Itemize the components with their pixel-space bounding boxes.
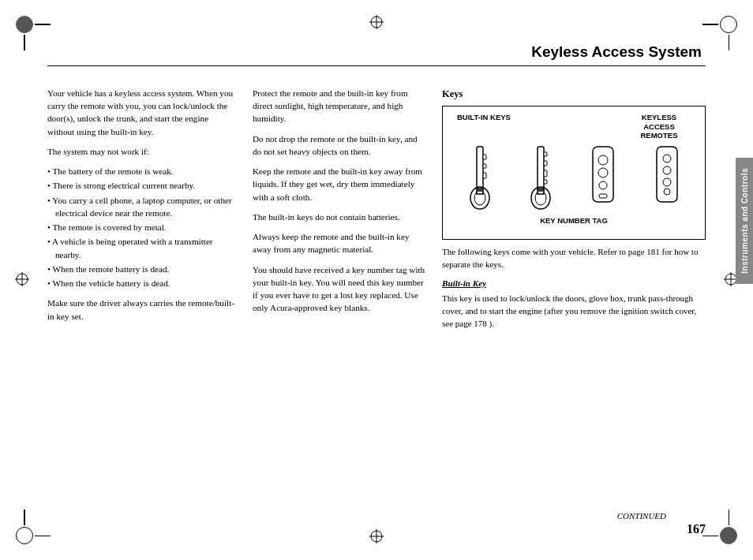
built-in-key-2-svg [526, 143, 556, 214]
key-illustrations [449, 143, 699, 214]
svg-point-28 [598, 155, 608, 165]
built-in-keys-label: BUILT-IN KEYS [457, 113, 511, 140]
page-number: 167 [687, 522, 706, 536]
middle-para-4: The built-in keys do not contain batteri… [253, 211, 426, 223]
keyless-label: KEYLESS ACCESS REMOTES [628, 113, 691, 140]
built-in-key-1-svg [465, 143, 495, 214]
continued-text: CONTINUED [617, 511, 666, 521]
corner-line-tl-v [24, 35, 25, 50]
corner-line-br-v [729, 510, 730, 525]
corner-mark-bl [16, 527, 33, 544]
svg-point-36 [664, 189, 670, 195]
center-mark-top [369, 14, 384, 32]
middle-para-2: Do not drop the remote or the built-in k… [253, 133, 426, 158]
list-item: When the vehicle battery is dead. [47, 277, 237, 289]
middle-para-5: Always keep the remote and the built-in … [253, 230, 426, 256]
corner-mark-tl [16, 16, 33, 33]
middle-para-3: Keep the remote and the built-in key awa… [253, 165, 426, 203]
remote-1-svg [586, 143, 620, 214]
corner-line-tr-h [702, 24, 718, 25]
list-item: When the remote battery is dead. [47, 263, 237, 275]
header-rule [47, 65, 706, 66]
side-tab: Instruments and Controls [736, 158, 753, 284]
corner-line-bl-v [24, 510, 25, 525]
svg-rect-13 [483, 155, 486, 159]
corner-line-bl-h [35, 536, 51, 537]
list-item: The battery of the remote is weak. [47, 165, 237, 177]
built-in-key-heading: Built-in Key [442, 277, 706, 289]
middle-para-6: You should have received a key number ta… [253, 263, 426, 315]
key-number-tag-label: KEY NUMBER TAG [449, 215, 699, 226]
content-area: Your vehicle has a keyless access system… [47, 87, 706, 513]
diagram-top-labels: BUILT-IN KEYS KEYLESS ACCESS REMOTES [449, 113, 699, 140]
middle-column: Protect the remote and the built-in key … [253, 87, 442, 513]
closing-paragraph: Make sure the driver always carries the … [47, 297, 237, 322]
list-item: There is strong electrical current nearb… [47, 179, 237, 192]
keys-heading: Keys [442, 87, 706, 101]
intro-paragraph: Your vehicle has a keyless access system… [47, 87, 237, 138]
page-title: Keyless Access System [47, 43, 706, 61]
svg-rect-20 [544, 152, 547, 156]
center-mark-bottom [369, 528, 384, 546]
corner-line-tr-v [729, 35, 730, 50]
header: Keyless Access System [47, 43, 706, 66]
corner-mark-tr [720, 16, 737, 33]
list-item: A vehicle is being operated with a trans… [47, 235, 237, 260]
remote-2-svg [650, 143, 684, 214]
svg-point-29 [598, 168, 608, 177]
built-in-key-text: This key is used to lock/unlock the door… [442, 293, 706, 330]
svg-point-30 [599, 181, 607, 189]
middle-para-1: Protect the remote and the built-in key … [253, 87, 426, 125]
right-column: Keys BUILT-IN KEYS KEYLESS ACCESS REMOTE… [442, 87, 706, 513]
svg-rect-21 [544, 161, 547, 166]
svg-rect-23 [544, 180, 547, 184]
svg-rect-12 [477, 147, 483, 190]
svg-rect-19 [538, 147, 544, 190]
center-mark-left [14, 271, 30, 289]
svg-point-25 [535, 191, 546, 205]
list-item: The remote is covered by metal. [47, 221, 237, 233]
svg-point-34 [663, 166, 671, 174]
following-text: The following keys come with your vehicl… [442, 246, 706, 271]
list-item: You carry a cell phone, a laptop compute… [47, 194, 237, 219]
keys-diagram: BUILT-IN KEYS KEYLESS ACCESS REMOTES [442, 106, 706, 240]
svg-rect-15 [483, 173, 486, 178]
svg-point-17 [474, 191, 485, 205]
svg-rect-22 [544, 170, 547, 177]
svg-point-33 [663, 155, 671, 162]
left-column: Your vehicle has a keyless access system… [47, 87, 253, 513]
svg-rect-31 [599, 194, 607, 198]
svg-rect-14 [483, 164, 486, 168]
system-may-not-work: The system may not work if: [47, 145, 237, 158]
side-tab-label: Instruments and Controls [740, 168, 749, 274]
bullet-list: The battery of the remote is weak. There… [47, 165, 237, 289]
corner-mark-br [720, 527, 737, 544]
svg-point-35 [663, 178, 671, 186]
corner-line-tl-h [35, 24, 51, 25]
page-wrapper: Keyless Access System Instruments and Co… [0, 0, 753, 560]
